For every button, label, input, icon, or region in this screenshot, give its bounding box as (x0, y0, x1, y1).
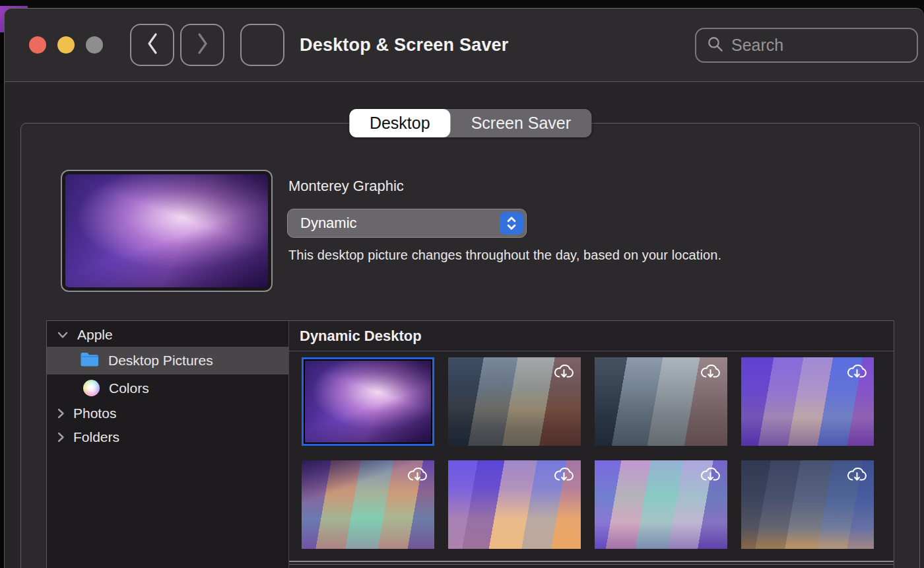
sidebar-label-folders: Folders (73, 429, 119, 445)
show-all-grid-icon (4, 40, 116, 55)
wallpaper-name-label: Monterey Graphic (288, 178, 404, 195)
chevron-right-icon (194, 31, 211, 59)
wallpaper-thumbnail[interactable] (741, 460, 874, 549)
wallpaper-thumbnail-monterey[interactable] (302, 357, 434, 446)
chevron-down-icon[interactable] (57, 331, 69, 339)
section-divider (289, 561, 894, 565)
dropdown-stepper-icon (500, 212, 523, 234)
search-field[interactable] (695, 28, 918, 63)
chevron-right-icon[interactable] (57, 408, 65, 419)
sidebar-label-photos: Photos (73, 406, 116, 421)
back-button[interactable] (130, 24, 174, 66)
wallpaper-thumbnail[interactable] (595, 460, 727, 549)
sidebar-group-folders[interactable]: Folders (47, 425, 288, 449)
current-wallpaper-image (65, 174, 268, 287)
sidebar-label-desktop-pictures: Desktop Pictures (108, 353, 213, 369)
download-icon[interactable] (845, 361, 869, 384)
chevron-left-icon (144, 31, 161, 59)
download-icon[interactable] (552, 361, 576, 384)
wallpaper-thumbnail[interactable] (741, 357, 874, 446)
sidebar-label-apple: Apple (77, 327, 113, 343)
download-icon[interactable] (698, 464, 723, 487)
sidebar-label-colors: Colors (109, 380, 149, 396)
wallpaper-thumbnail[interactable] (448, 357, 581, 446)
wallpaper-image (305, 361, 431, 443)
titlebar[interactable]: Desktop & Screen Saver (5, 9, 924, 82)
sidebar-group-photos[interactable]: Photos (47, 402, 288, 425)
sidebar-item-desktop-pictures[interactable]: Desktop Pictures (47, 347, 288, 374)
download-icon[interactable] (698, 361, 723, 384)
desktop-screensaver-window: Desktop & Screen Saver Desktop Screen Sa… (4, 8, 924, 568)
folder-icon (80, 351, 100, 371)
search-icon (706, 35, 724, 55)
download-icon[interactable] (845, 464, 869, 487)
screen: Desktop & Screen Saver Desktop Screen Sa… (0, 0, 924, 568)
wallpaper-description: This desktop picture changes throughout … (288, 248, 721, 263)
chevron-right-icon[interactable] (57, 431, 65, 443)
wallpaper-thumbnail[interactable] (448, 460, 581, 549)
current-wallpaper-preview (61, 170, 273, 292)
sidebar: Apple Desktop Pictures Colors (47, 321, 289, 568)
search-input[interactable] (731, 36, 924, 55)
sidebar-item-colors[interactable]: Colors (47, 374, 288, 402)
mode-dropdown[interactable]: Dynamic (287, 209, 527, 238)
dynamic-desktop-pane: Dynamic Desktop (289, 321, 894, 568)
mode-dropdown-value: Dynamic (300, 215, 357, 232)
tab-bar: Desktop Screen Saver (349, 109, 591, 137)
wallpaper-grid (289, 351, 894, 549)
wallpaper-browser: Apple Desktop Pictures Colors (46, 320, 894, 568)
show-all-button[interactable] (240, 24, 284, 66)
window-title: Desktop & Screen Saver (300, 35, 509, 55)
download-icon[interactable] (405, 464, 430, 487)
tab-desktop[interactable]: Desktop (349, 109, 451, 137)
forward-button[interactable] (180, 24, 224, 66)
desktop-tab-panel: Desktop Screen Saver Monterey Graphic Dy… (20, 123, 920, 568)
wallpaper-thumbnail[interactable] (302, 460, 434, 549)
sidebar-group-apple[interactable]: Apple (47, 323, 288, 347)
wallpaper-thumbnail[interactable] (595, 357, 727, 446)
download-icon[interactable] (552, 464, 576, 487)
section-title: Dynamic Desktop (289, 321, 894, 351)
color-wheel-icon (83, 380, 100, 396)
tab-screen-saver[interactable]: Screen Saver (451, 109, 591, 137)
